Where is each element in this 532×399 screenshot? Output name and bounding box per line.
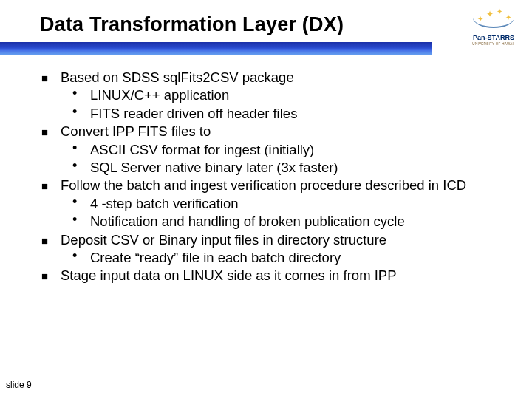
list-item-text: Notification and handling of broken publ… — [90, 213, 405, 231]
list-item-text: 4 -step batch verification — [90, 195, 239, 213]
title-underline-bar — [0, 42, 432, 55]
logo-brand-text: Pan-STARRS — [467, 34, 520, 41]
list-item-text: Follow the batch and ingest verification… — [61, 177, 466, 194]
square-bullet-icon: ■ — [41, 269, 52, 284]
list-item: • Notification and handling of broken pu… — [72, 213, 505, 231]
list-item-text: LINUX/C++ application — [90, 86, 229, 104]
square-bullet-icon: ■ — [41, 179, 52, 194]
list-item-text: Create “ready” file in each batch direct… — [90, 249, 341, 267]
dot-bullet-icon: • — [72, 249, 80, 267]
dot-bullet-icon: • — [72, 159, 80, 177]
slide-number: slide 9 — [6, 380, 32, 390]
square-bullet-icon: ■ — [41, 125, 52, 140]
dot-bullet-icon: • — [72, 141, 80, 159]
slide-title: Data Transformation Layer (DX) — [40, 13, 532, 36]
list-item-text: Deposit CSV or Binary input files in dir… — [61, 231, 386, 249]
square-bullet-icon: ■ — [41, 71, 52, 86]
square-bullet-icon: ■ — [41, 233, 52, 249]
dot-bullet-icon: • — [72, 86, 80, 104]
list-item-text: Stage input data on LINUX side as it com… — [61, 267, 397, 284]
list-item-text: Convert IPP FITS files to — [61, 123, 211, 140]
list-item: ■ Deposit CSV or Binary input files in d… — [41, 231, 505, 249]
list-item: ■ Stage input data on LINUX side as it c… — [41, 267, 505, 284]
list-item: ■ Convert IPP FITS files to — [41, 123, 505, 140]
list-item-text: Based on SDSS sqlFits2CSV package — [61, 69, 294, 86]
list-item: • SQL Server native binary later (3x fas… — [72, 159, 505, 177]
list-item: • Create “ready” file in each batch dire… — [72, 249, 505, 267]
list-item: • 4 -step batch verification — [72, 195, 505, 213]
list-item: • ASCII CSV format for ingest (initially… — [72, 141, 505, 159]
logo-subtext: UNIVERSITY OF HAWAII — [467, 42, 520, 46]
list-item-text: SQL Server native binary later (3x faste… — [90, 159, 338, 177]
star-icon: ✦ — [497, 7, 502, 16]
dot-bullet-icon: • — [72, 105, 80, 123]
brand-logo: ✦ ✦ ✦ ✦ Pan-STARRS UNIVERSITY OF HAWAII — [467, 7, 520, 46]
list-item-text: ASCII CSV format for ingest (initially) — [90, 141, 314, 159]
dot-bullet-icon: • — [72, 213, 80, 231]
list-item: • FITS reader driven off header files — [72, 105, 505, 123]
dot-bullet-icon: • — [72, 195, 80, 213]
slide-body: ■ Based on SDSS sqlFits2CSV package • LI… — [0, 55, 532, 285]
list-item-text: FITS reader driven off header files — [90, 105, 297, 123]
list-item: ■ Based on SDSS sqlFits2CSV package — [41, 69, 505, 86]
list-item: • LINUX/C++ application — [72, 86, 505, 104]
arc-icon — [473, 18, 514, 28]
list-item: ■ Follow the batch and ingest verificati… — [41, 177, 505, 194]
logo-graphic: ✦ ✦ ✦ ✦ — [473, 7, 514, 33]
